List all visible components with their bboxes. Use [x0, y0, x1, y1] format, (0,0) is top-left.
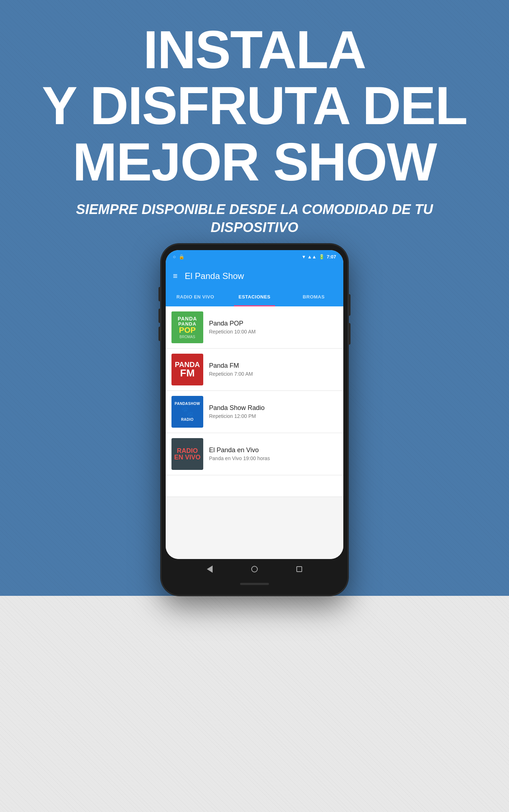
wifi-icon: ▾	[303, 254, 305, 259]
station-item-pandafm[interactable]: PANDA FM Panda FM Repeticion 7:00 AM	[166, 349, 343, 391]
signal-icon: ▲▲	[307, 254, 317, 259]
time-display: 7:07	[327, 254, 336, 259]
station-info-radioenvivo: El Panda en Vivo Panda en Vivo 19:00 hor…	[209, 446, 338, 461]
station-name-pandapop: Panda POP	[209, 320, 338, 327]
status-right: ▾ ▲▲ 🔋 7:07	[303, 254, 336, 259]
station-logo-pandapop: PANDA POP BROMAS	[171, 311, 203, 343]
circle-icon: ○	[173, 254, 176, 259]
tab-bromas[interactable]: BROMAS	[284, 288, 343, 305]
hero-subtitle: SIEMPRE DISPONIBLE DESDE LA COMODIDAD DE…	[0, 201, 509, 236]
bottom-section	[0, 596, 509, 812]
lock-icon: 🔒	[179, 254, 184, 259]
phone-mockup: ○ 🔒 ▾ ▲▲ 🔋 7:07 ≡ El Panda Show	[161, 244, 348, 596]
hero-title-line1: INSTALA	[143, 20, 366, 79]
phone-nav-bar	[166, 559, 343, 579]
station-info-pandafm: Panda FM Repeticion 7:00 AM	[209, 362, 338, 377]
back-icon	[207, 566, 213, 573]
station-logo-pandashowradio: PANDASHOW 🐾 RADIO	[171, 396, 203, 428]
phone-screen: ○ 🔒 ▾ ▲▲ 🔋 7:07 ≡ El Panda Show	[166, 250, 343, 559]
nav-home-button[interactable]	[248, 563, 261, 576]
tab-radio-en-vivo[interactable]: RADIO EN VIVO	[166, 288, 225, 305]
hero-title-line2: Y DISFRUTA DEL	[42, 76, 467, 135]
station-logo-radioenvivo: RADIO EN VIVO	[171, 438, 203, 470]
tab-estaciones[interactable]: ESTACIONES	[225, 288, 284, 305]
app-bar: ≡ El Panda Show	[166, 264, 343, 288]
nav-back-button[interactable]	[203, 563, 216, 576]
phone-speaker	[240, 583, 269, 585]
station-desc-pandapop: Repeticion 10:00 AM	[209, 329, 338, 335]
station-name-pandashowradio: Panda Show Radio	[209, 404, 338, 412]
station-item-pandashowradio[interactable]: PANDASHOW 🐾 RADIO Panda Show Radio Repet…	[166, 391, 343, 433]
station-desc-pandafm: Repeticion 7:00 AM	[209, 371, 338, 377]
station-name-radioenvivo: El Panda en Vivo	[209, 446, 338, 454]
status-bar: ○ 🔒 ▾ ▲▲ 🔋 7:07	[166, 250, 343, 264]
station-info-pandapop: Panda POP Repeticion 10:00 AM	[209, 320, 338, 335]
station-info-pandashowradio: Panda Show Radio Repeticion 12:00 PM	[209, 404, 338, 419]
hero-section: INSTALA Y DISFRUTA DEL MEJOR SHOW	[13, 0, 496, 197]
nav-recent-button[interactable]	[293, 563, 306, 576]
hero-title: INSTALA Y DISFRUTA DEL MEJOR SHOW	[42, 22, 467, 190]
station-name-pandafm: Panda FM	[209, 362, 338, 370]
recent-icon	[296, 566, 302, 572]
station-item-radioenvivo[interactable]: RADIO EN VIVO El Panda en Vivo Panda en …	[166, 433, 343, 475]
phone-outer-shell: ○ 🔒 ▾ ▲▲ 🔋 7:07 ≡ El Panda Show	[161, 244, 348, 596]
stations-list: PANDA POP BROMAS Panda POP Repeticion 10…	[166, 306, 343, 559]
station-desc-radioenvivo: Panda en Vivo 19:00 horas	[209, 455, 338, 461]
station-item-empty	[166, 475, 343, 497]
battery-icon: 🔋	[319, 254, 325, 259]
status-left: ○ 🔒	[173, 254, 184, 259]
hero-title-line3: MEJOR SHOW	[73, 132, 436, 192]
station-logo-pandafm: PANDA FM	[171, 354, 203, 385]
menu-icon[interactable]: ≡	[173, 272, 178, 280]
home-icon	[251, 566, 258, 572]
station-desc-pandashowradio: Repeticion 12:00 PM	[209, 413, 338, 419]
tabs-bar: RADIO EN VIVO ESTACIONES BROMAS	[166, 288, 343, 306]
app-bar-title: El Panda Show	[185, 271, 244, 281]
app-background: INSTALA Y DISFRUTA DEL MEJOR SHOW SIEMPR…	[0, 0, 509, 812]
station-item-pandapop[interactable]: PANDA POP BROMAS Panda POP Repeticion 10…	[166, 306, 343, 349]
